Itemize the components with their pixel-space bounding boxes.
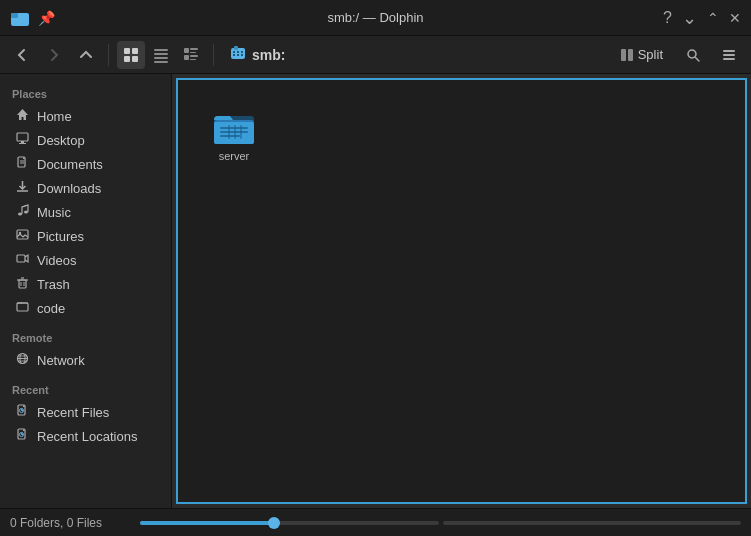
svg-point-55 — [20, 302, 21, 303]
sidebar-item-code[interactable]: code — [4, 296, 167, 320]
svg-rect-21 — [233, 54, 235, 56]
toolbar-right: Split — [612, 41, 743, 69]
videos-label: Videos — [37, 253, 77, 268]
svg-rect-6 — [154, 49, 168, 51]
remote-section-label: Remote — [0, 324, 171, 348]
back-button[interactable] — [8, 41, 36, 69]
titlebar: 📌 smb:/ — Dolphin ? ⌄ ⌃ ✕ — [0, 0, 751, 36]
home-label: Home — [37, 109, 72, 124]
slider-thumb[interactable] — [268, 517, 280, 529]
maximize-button[interactable]: ⌃ — [707, 10, 719, 26]
videos-icon — [14, 252, 30, 268]
search-button[interactable] — [679, 41, 707, 69]
svg-point-54 — [18, 302, 19, 303]
svg-rect-22 — [237, 54, 239, 56]
pictures-icon — [14, 228, 30, 244]
statusbar: 0 Folders, 0 Files — [0, 508, 751, 536]
sidebar-item-recent-locations[interactable]: Recent Locations — [4, 424, 167, 448]
svg-rect-28 — [723, 50, 735, 52]
recent-files-icon — [14, 404, 30, 420]
up-button[interactable] — [72, 41, 100, 69]
svg-rect-5 — [132, 56, 138, 62]
svg-rect-25 — [628, 49, 633, 61]
svg-rect-17 — [234, 46, 238, 50]
svg-rect-8 — [154, 57, 168, 59]
desktop-label: Desktop — [37, 133, 85, 148]
location-icon — [230, 45, 246, 64]
location-bar: smb: — [230, 45, 600, 64]
close-button[interactable]: ✕ — [729, 10, 741, 26]
svg-rect-13 — [184, 55, 189, 60]
sidebar-item-music[interactable]: Music — [4, 200, 167, 224]
svg-rect-14 — [190, 55, 198, 57]
grid-view-button[interactable] — [117, 41, 145, 69]
minimize-button[interactable]: ⌄ — [682, 7, 697, 29]
toolbar: smb: Split — [0, 36, 751, 74]
svg-rect-3 — [132, 48, 138, 54]
svg-rect-1 — [11, 13, 18, 18]
sidebar-item-downloads[interactable]: Downloads — [4, 176, 167, 200]
app-icon — [10, 8, 30, 28]
trash-icon — [14, 276, 30, 292]
titlebar-controls: ? ⌄ ⌃ ✕ — [663, 7, 741, 29]
recent-locations-label: Recent Locations — [37, 429, 137, 444]
svg-rect-77 — [228, 125, 230, 139]
svg-rect-18 — [233, 51, 235, 53]
svg-point-26 — [688, 50, 696, 58]
svg-rect-30 — [723, 58, 735, 60]
toolbar-separator-2 — [213, 44, 214, 66]
sidebar-item-network[interactable]: Network — [4, 348, 167, 372]
slider-track-left — [140, 521, 439, 525]
svg-rect-12 — [190, 52, 196, 53]
svg-line-27 — [696, 57, 700, 61]
trash-label: Trash — [37, 277, 70, 292]
hamburger-button[interactable] — [715, 41, 743, 69]
file-item[interactable]: server — [194, 96, 274, 168]
forward-button[interactable] — [40, 41, 68, 69]
svg-point-41 — [18, 213, 22, 216]
sidebar-item-videos[interactable]: Videos — [4, 248, 167, 272]
svg-rect-34 — [19, 143, 26, 144]
svg-rect-10 — [184, 48, 189, 53]
file-label: server — [219, 150, 250, 162]
sidebar-item-documents[interactable]: Documents — [4, 152, 167, 176]
window-title: smb:/ — Dolphin — [327, 10, 423, 25]
main-area: Places Home Desktop — [0, 74, 751, 508]
help-button[interactable]: ? — [663, 9, 672, 27]
status-text: 0 Folders, 0 Files — [10, 516, 130, 530]
sidebar-item-home[interactable]: Home — [4, 104, 167, 128]
compact-view-button[interactable] — [177, 41, 205, 69]
split-button[interactable]: Split — [612, 44, 671, 65]
sidebar-item-recent-files[interactable]: Recent Files — [4, 400, 167, 424]
location-text: smb: — [252, 47, 285, 63]
folder-icon — [210, 102, 258, 150]
pin-icon[interactable]: 📌 — [36, 8, 56, 28]
recent-files-label: Recent Files — [37, 405, 109, 420]
svg-rect-2 — [124, 48, 130, 54]
pictures-label: Pictures — [37, 229, 84, 244]
downloads-label: Downloads — [37, 181, 101, 196]
sidebar-item-desktop[interactable]: Desktop — [4, 128, 167, 152]
sidebar-item-pictures[interactable]: Pictures — [4, 224, 167, 248]
code-icon — [14, 300, 30, 316]
network-icon — [14, 352, 30, 368]
toolbar-separator — [108, 44, 109, 66]
sidebar: Places Home Desktop — [0, 74, 172, 508]
svg-marker-31 — [17, 109, 28, 120]
list-view-button[interactable] — [147, 41, 175, 69]
svg-rect-52 — [17, 303, 28, 311]
places-section-label: Places — [0, 80, 171, 104]
svg-rect-19 — [237, 51, 239, 53]
recent-locations-icon — [14, 428, 30, 444]
zoom-slider[interactable] — [140, 521, 741, 525]
view-buttons — [117, 41, 205, 69]
svg-rect-78 — [234, 125, 236, 139]
svg-rect-79 — [240, 125, 242, 139]
documents-icon — [14, 156, 30, 172]
svg-rect-47 — [19, 280, 26, 288]
svg-rect-46 — [17, 255, 25, 262]
sidebar-item-trash[interactable]: Trash — [4, 272, 167, 296]
svg-rect-16 — [231, 48, 245, 59]
music-label: Music — [37, 205, 71, 220]
file-area: server — [176, 78, 747, 504]
